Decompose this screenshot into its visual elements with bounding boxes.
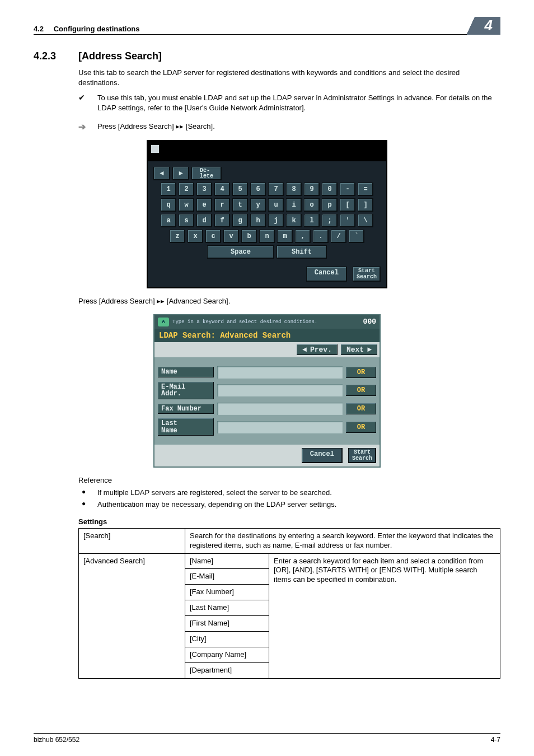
settings-table-title: Settings: [78, 517, 500, 526]
key-9[interactable]: 9: [304, 183, 320, 196]
key-i[interactable]: i: [286, 198, 302, 212]
key-r[interactable]: r: [214, 198, 230, 212]
key-5[interactable]: 5: [232, 183, 248, 196]
key-3[interactable]: 3: [196, 183, 212, 196]
key-8[interactable]: 8: [286, 183, 302, 196]
footer-product: bizhub 652/552: [34, 736, 79, 744]
key-[[interactable]: [: [340, 198, 355, 212]
adv-field-label[interactable]: E-Mail Addr.: [158, 382, 214, 399]
next-button[interactable]: Next►: [341, 344, 377, 355]
key-x[interactable]: x: [188, 230, 203, 243]
shift-key[interactable]: Shift: [277, 245, 327, 259]
footer-page: 4-7: [491, 736, 500, 744]
bullet-icon: ●: [78, 488, 97, 498]
key-n[interactable]: n: [259, 230, 275, 243]
prerequisite-note: To use this tab, you must enable LDAP an…: [97, 93, 500, 113]
cancel-button[interactable]: Cancel: [306, 267, 347, 282]
setting-advanced-item: [Last Name]: [185, 600, 269, 616]
adv-field-label[interactable]: Fax Number: [158, 404, 214, 414]
key-e[interactable]: e: [196, 198, 212, 212]
adv-field-input[interactable]: [217, 421, 343, 433]
key-`[interactable]: `: [349, 230, 364, 243]
adv-field-input[interactable]: [217, 384, 343, 396]
key-b[interactable]: b: [241, 230, 257, 243]
step-search: Press [Address Search] ▸▸ [Search].: [97, 122, 500, 132]
hint-text: Type in a keyword and select desired con…: [172, 319, 317, 325]
setting-search-desc: Search for the destinations by entering …: [185, 528, 500, 553]
key-z[interactable]: z: [170, 230, 185, 243]
adv-condition-button[interactable]: OR: [346, 403, 376, 414]
adv-field-input[interactable]: [217, 403, 343, 415]
key-p[interactable]: p: [322, 198, 338, 212]
reference-item: Authentication may be necessary, dependi…: [97, 500, 500, 510]
key-'[interactable]: ': [340, 214, 355, 227]
adv-condition-button[interactable]: OR: [346, 422, 376, 433]
key-u[interactable]: u: [268, 198, 284, 212]
key-][interactable]: ]: [358, 198, 373, 212]
bullet-icon: ●: [78, 500, 97, 510]
setting-advanced-item: [Company Name]: [185, 647, 269, 662]
key-q[interactable]: q: [161, 198, 176, 212]
key-t[interactable]: t: [232, 198, 248, 212]
key-a[interactable]: a: [161, 214, 176, 227]
setting-search-label: [Search]: [79, 528, 185, 553]
page-header: 4.2 Configuring destinations 4: [34, 17, 500, 35]
key-.[interactable]: .: [313, 230, 329, 243]
adv-start-search-button[interactable]: Start Search: [348, 448, 376, 463]
hint-icon: A: [158, 318, 169, 326]
setting-advanced-desc: Enter a search keyword for each item and…: [269, 553, 500, 678]
arrow-left-key[interactable]: ◄: [153, 167, 170, 180]
key-m[interactable]: m: [277, 230, 293, 243]
adv-field-input[interactable]: [217, 366, 343, 379]
reference-heading: Reference: [78, 475, 500, 486]
key-2[interactable]: 2: [179, 183, 194, 196]
key-d[interactable]: d: [196, 214, 212, 227]
page-footer: bizhub 652/552 4-7: [34, 733, 500, 744]
section-title: [Address Search]: [78, 50, 162, 62]
key-\[interactable]: \: [358, 214, 373, 227]
key-j[interactable]: j: [268, 214, 284, 227]
key-,[interactable]: ,: [295, 230, 311, 243]
delete-key[interactable]: De- lete: [191, 167, 222, 180]
setting-advanced-item: [Name]: [185, 553, 269, 569]
adv-condition-button[interactable]: OR: [346, 367, 376, 378]
key-0[interactable]: 0: [322, 183, 338, 196]
section-number: 4.2.3: [34, 50, 78, 62]
key-h[interactable]: h: [250, 214, 266, 227]
key-w[interactable]: w: [179, 198, 194, 212]
prev-button[interactable]: ◄Prev.: [297, 344, 338, 355]
key-v[interactable]: v: [223, 230, 239, 243]
space-key[interactable]: Space: [207, 245, 274, 259]
advanced-search-title: LDAP Search: Advanced Search: [154, 329, 380, 342]
key-1[interactable]: 1: [161, 183, 176, 196]
key-=[interactable]: =: [358, 183, 373, 196]
key-g[interactable]: g: [232, 214, 248, 227]
step-advanced-search: Press [Address Search] ▸▸ [Advanced Sear…: [78, 296, 500, 306]
key--[interactable]: -: [340, 183, 355, 196]
chapter-badge: 4: [475, 17, 500, 35]
adv-condition-button[interactable]: OR: [346, 385, 376, 396]
adv-field-label[interactable]: Last Name: [158, 418, 214, 436]
setting-advanced-item: [Fax Number]: [185, 585, 269, 600]
key-y[interactable]: y: [250, 198, 266, 212]
arrow-right-key[interactable]: ►: [172, 167, 189, 180]
key-f[interactable]: f: [214, 214, 230, 227]
setting-advanced-item: [City]: [185, 631, 269, 647]
keyboard-screenshot: ◄ ► De- lete 1234567890-= qwertyuiop[] a…: [147, 140, 387, 288]
key-;[interactable]: ;: [322, 214, 338, 227]
key-l[interactable]: l: [304, 214, 320, 227]
adv-field-label[interactable]: Name: [158, 367, 214, 377]
key-6[interactable]: 6: [250, 183, 266, 196]
key-4[interactable]: 4: [214, 183, 230, 196]
key-c[interactable]: c: [205, 230, 221, 243]
key-/[interactable]: /: [331, 230, 346, 243]
key-s[interactable]: s: [179, 214, 194, 227]
setting-advanced-label: [Advanced Search]: [79, 553, 185, 678]
key-7[interactable]: 7: [268, 183, 284, 196]
setting-advanced-item: [E-Mail]: [185, 569, 269, 585]
key-k[interactable]: k: [286, 214, 302, 227]
adv-cancel-button[interactable]: Cancel: [302, 448, 343, 463]
key-o[interactable]: o: [304, 198, 320, 212]
start-search-button[interactable]: Start Search: [353, 267, 381, 282]
advanced-search-screenshot: AType in a keyword and select desired co…: [153, 314, 381, 468]
